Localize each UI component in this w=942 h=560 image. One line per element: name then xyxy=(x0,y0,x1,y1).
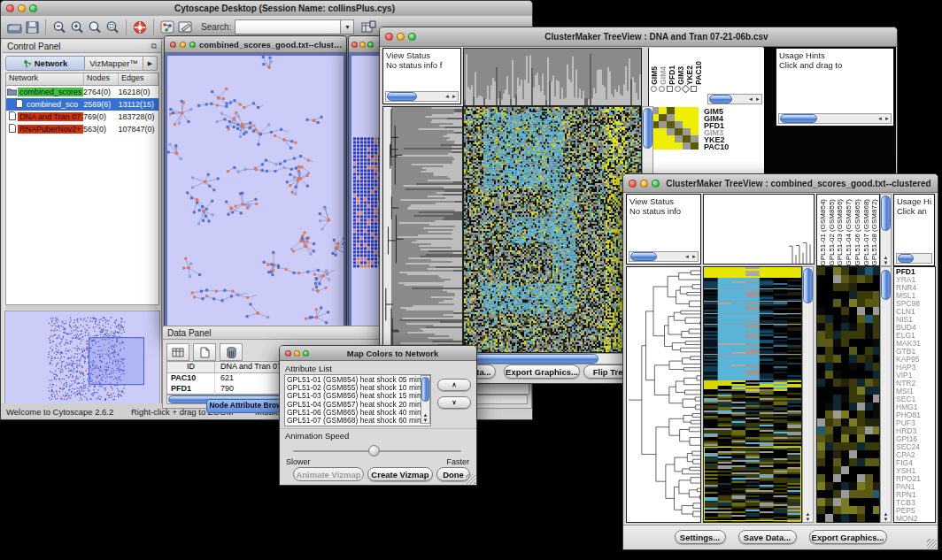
resize-grip[interactable] xyxy=(927,539,937,548)
array-col-label[interactable]: GPL51-08 (GSM872) xyxy=(870,199,879,266)
matrix-cell[interactable] xyxy=(691,142,699,150)
matrix-cell[interactable] xyxy=(675,114,683,121)
tree1-button-export-graphics-[interactable]: Export Graphics... xyxy=(504,364,580,379)
matrix-col-label[interactable]: GIM4 xyxy=(660,66,668,85)
create-vizmap-button[interactable]: Create Vizmap xyxy=(367,467,433,481)
scroll-down-icon[interactable]: ▼ xyxy=(883,517,890,522)
treeview-dna-titlebar[interactable]: ClusterMaker TreeView : DNA and Tran 07-… xyxy=(380,27,897,47)
annotation-icon[interactable] xyxy=(176,19,194,35)
new-attribute-icon[interactable] xyxy=(193,343,216,361)
tree2-button-settings-[interactable]: Settings... xyxy=(675,530,726,544)
search-dropdown-arrow[interactable]: ▼ xyxy=(341,19,354,35)
scroll-left-icon[interactable]: ◄ xyxy=(747,96,754,102)
close-button[interactable] xyxy=(385,33,393,41)
scroll-right-icon[interactable]: ► xyxy=(884,116,891,121)
tree2-row-dendrogram[interactable] xyxy=(626,266,701,523)
zoom-out-icon[interactable] xyxy=(50,19,68,35)
minimize-button[interactable] xyxy=(640,180,648,188)
zoom-fit-icon[interactable] xyxy=(86,19,104,35)
matrix-cell[interactable] xyxy=(691,121,699,128)
matrix-cell[interactable] xyxy=(659,114,667,121)
matrix-cell[interactable] xyxy=(683,142,691,150)
network-col-header[interactable]: Network xyxy=(6,73,84,85)
network-table-row[interactable]: combined_sco2569(6)13112(15) xyxy=(6,98,158,111)
tree1-row-dendrogram[interactable] xyxy=(382,106,463,353)
tree1-heatmap[interactable] xyxy=(463,106,642,353)
treeview-combined-titlebar[interactable]: ClusterMaker TreeView : combined_scores_… xyxy=(623,174,938,193)
import-table-icon[interactable] xyxy=(359,19,377,35)
close-button[interactable] xyxy=(285,350,291,357)
minimize-button[interactable] xyxy=(294,350,300,357)
matrix-cell[interactable] xyxy=(659,135,667,142)
tree2-vscroll[interactable]: ▲ ▼ xyxy=(802,266,814,523)
minimize-button[interactable] xyxy=(180,42,186,48)
tab-network[interactable]: Network xyxy=(5,56,85,71)
array-col-label[interactable]: GPL51-04 (GSM857) xyxy=(845,199,853,266)
array-col-label[interactable]: GPL51-03 (GSM856) xyxy=(836,199,845,266)
slider-thumb[interactable] xyxy=(368,445,380,456)
matrix-cell[interactable] xyxy=(667,142,675,150)
matrix-col-label[interactable]: PFD1 xyxy=(668,65,676,85)
tree2-zoom-vscroll[interactable]: ▲ ▼ xyxy=(880,266,892,523)
zoom-in-icon[interactable] xyxy=(68,19,86,35)
zoom-button[interactable] xyxy=(367,42,374,48)
matrix-cell[interactable] xyxy=(691,128,699,135)
matrix-cell[interactable] xyxy=(667,121,675,128)
matrix-row-label[interactable]: PAC10 xyxy=(704,143,762,150)
tree2-button-save-data-[interactable]: Save Data... xyxy=(738,530,797,544)
animation-speed-slider[interactable] xyxy=(293,445,461,457)
tree1-usage-scrollbar[interactable]: ◄ ► xyxy=(778,113,892,124)
matrix-cell[interactable] xyxy=(691,114,699,121)
matrix-cell[interactable] xyxy=(683,121,691,128)
scroll-left-icon[interactable]: ◄ xyxy=(444,94,451,99)
network-col-header[interactable]: Edges xyxy=(119,73,158,85)
help-icon[interactable] xyxy=(131,19,149,35)
tab-overflow-button[interactable]: ▶ xyxy=(143,56,158,71)
minimize-button[interactable] xyxy=(397,33,405,41)
birdseye-canvas[interactable] xyxy=(5,311,158,405)
map-dialog-titlebar[interactable]: Map Colors to Network xyxy=(280,346,476,361)
matrix-cell[interactable] xyxy=(683,114,691,121)
array-col-label[interactable]: GPL51-02 (GSM855) xyxy=(828,199,837,266)
array-col-label[interactable]: GPL51-07 (GSM868) xyxy=(862,199,871,266)
network-table-row[interactable]: RNAPuberNov2+563(0)107847(0) xyxy=(6,123,158,135)
minimize-button[interactable] xyxy=(359,42,366,48)
minimize-button[interactable] xyxy=(18,4,26,12)
matrix-col-label[interactable]: GIM3 xyxy=(677,66,685,85)
network-graph-canvas[interactable] xyxy=(167,56,344,328)
tree1-column-dendrogram[interactable] xyxy=(463,48,642,106)
matrix-cell[interactable] xyxy=(675,142,683,150)
delete-attribute-icon[interactable] xyxy=(220,343,243,361)
matrix-col-label[interactable]: PAC10 xyxy=(695,61,703,85)
matrix-cell[interactable] xyxy=(683,128,691,135)
close-button[interactable] xyxy=(6,4,14,12)
matrix-cell[interactable] xyxy=(683,107,691,114)
search-input[interactable] xyxy=(235,19,341,35)
close-button[interactable] xyxy=(170,42,176,48)
matrix-col-label[interactable]: GIM5 xyxy=(651,66,659,85)
matrix-cell[interactable] xyxy=(667,135,675,142)
animate-vizmap-button[interactable]: Animate Vizmap xyxy=(293,467,364,481)
zoom-button[interactable] xyxy=(189,42,196,48)
tree1-status-scrollbar[interactable]: ◄ ► xyxy=(385,91,459,102)
scroll-down-icon[interactable]: ▼ xyxy=(422,418,429,423)
zoom-selected-icon[interactable] xyxy=(104,19,121,35)
panel-splitter[interactable] xyxy=(5,305,158,310)
move-down-button[interactable]: ∨ xyxy=(437,396,471,409)
scroll-right-icon[interactable]: ► xyxy=(451,94,458,99)
zoom-button[interactable] xyxy=(408,33,416,41)
matrix-cell[interactable] xyxy=(667,114,675,121)
close-button[interactable] xyxy=(629,180,637,188)
network-view-titlebar[interactable]: combined_scores_good.txt--cluste... xyxy=(165,36,346,53)
scroll-right-icon[interactable]: ► xyxy=(754,96,761,102)
matrix-cell[interactable] xyxy=(691,135,699,142)
array-col-label[interactable]: GPL51-06 (GSM865) xyxy=(853,199,862,266)
matrix-cell[interactable] xyxy=(675,135,683,142)
main-titlebar[interactable]: Cytoscape Desktop (Session Name: collins… xyxy=(1,1,532,17)
attribute-list-scrollbar[interactable]: ▲ ▼ xyxy=(421,375,430,424)
tree2-column-dendrogram[interactable] xyxy=(703,194,815,265)
attribute-select-icon[interactable] xyxy=(166,343,189,361)
zoom-button[interactable] xyxy=(303,350,309,357)
network-col-header[interactable]: Nodes xyxy=(84,73,119,85)
tab-vizmapper[interactable]: VizMapper™ xyxy=(85,56,143,71)
